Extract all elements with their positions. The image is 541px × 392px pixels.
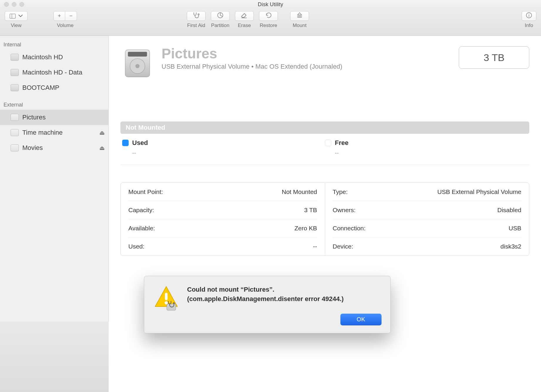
used-swatch-icon (122, 140, 129, 146)
warning-icon (153, 285, 179, 311)
sidebar-item-label: BOOTCAMP (22, 84, 59, 92)
external-drive-icon (11, 144, 19, 151)
svg-point-11 (173, 302, 174, 304)
mount-icon (296, 12, 303, 20)
detail-row-owners: Owners:Disabled (333, 201, 522, 219)
detail-key: Type: (333, 188, 348, 195)
volume-header: Pictures USB External Physical Volume • … (120, 46, 529, 80)
detail-row-type: Type:USB External Physical Volume (333, 183, 522, 201)
ok-button[interactable]: OK (340, 314, 382, 325)
svg-point-0 (198, 14, 199, 15)
detail-row-used: Used:-- (128, 237, 317, 256)
sidebar-item-bootcamp[interactable]: BOOTCAMP (0, 80, 108, 95)
info-button[interactable] (522, 11, 536, 21)
used-value: -- (122, 150, 325, 156)
toolbar-erase: Erase (235, 11, 254, 28)
internal-drive-icon (11, 54, 19, 61)
sidebar-item-macintosh-hd-data[interactable]: Macintosh HD - Data (0, 65, 108, 80)
legend-row: Used -- Free -- (120, 139, 529, 165)
volume-name: Pictures (162, 46, 452, 61)
svg-rect-8 (165, 293, 168, 300)
detail-value: Zero KB (294, 225, 317, 232)
toolbar-firstaid: First Aid (187, 11, 206, 28)
detail-value: disk3s2 (500, 243, 521, 250)
detail-value: USB (509, 225, 521, 232)
external-drive-icon (11, 129, 19, 136)
svg-point-3 (529, 14, 529, 14)
detail-value: -- (313, 243, 317, 250)
detail-row-available: Available:Zero KB (128, 219, 317, 237)
volume-size-badge: 3 TB (459, 46, 529, 69)
error-dialog: Could not mount “Pictures”. (com.apple.D… (144, 276, 391, 333)
restore-arrow-icon (265, 12, 272, 20)
free-label: Free (335, 139, 348, 147)
toolbar-volume-group: + − Volume (53, 11, 77, 28)
partition-button[interactable] (211, 11, 230, 21)
sidebar-item-label: Time machine (22, 129, 63, 136)
detail-row-capacity: Capacity:3 TB (128, 201, 317, 219)
eject-icon[interactable]: ⏏ (99, 129, 105, 136)
stethoscope-icon (192, 12, 200, 20)
details-right: Type:USB External Physical Volume Owners… (325, 183, 529, 256)
detail-row-device: Device:disk3s2 (333, 237, 522, 256)
sidebar-item-pictures[interactable]: Pictures (0, 110, 108, 125)
minimize-window-button[interactable] (12, 2, 16, 7)
titlebar: Disk Utility (0, 0, 541, 9)
detail-key: Mount Point: (128, 188, 163, 195)
mount-button[interactable] (290, 11, 309, 21)
main-pane: Pictures USB External Physical Volume • … (109, 36, 541, 392)
sidebar-item-macintosh-hd[interactable]: Macintosh HD (0, 50, 108, 65)
toolbar-mount: Mount (290, 11, 309, 28)
toolbar-partition: Partition (211, 11, 230, 28)
svg-rect-5 (128, 52, 147, 57)
close-window-button[interactable] (4, 2, 9, 7)
sidebar-item-label: Macintosh HD - Data (22, 69, 82, 76)
detail-value: USB External Physical Volume (437, 188, 521, 195)
sidebar-section-external: External (0, 99, 108, 110)
eject-icon[interactable]: ⏏ (99, 144, 105, 151)
body: Internal Macintosh HD Macintosh HD - Dat… (0, 36, 541, 392)
toolbar: View + − Volume First Aid (0, 9, 541, 36)
sidebar-item-time-machine[interactable]: Time machine ⏏ (0, 125, 108, 140)
detail-value: Disabled (497, 207, 521, 214)
status-text: Not Mounted (126, 124, 165, 131)
window-title: Disk Utility (0, 1, 541, 8)
svg-point-7 (135, 64, 140, 68)
volume-drive-icon (120, 46, 154, 80)
chevron-down-icon (19, 13, 23, 19)
view-button[interactable] (5, 11, 28, 21)
erase-button[interactable] (235, 11, 254, 21)
legend-used: Used -- (122, 139, 325, 156)
volume-remove-button[interactable]: − (65, 11, 77, 21)
restore-label: Restore (260, 23, 277, 28)
detail-key: Connection: (333, 225, 366, 232)
details-left: Mount Point:Not Mounted Capacity:3 TB Av… (121, 183, 325, 256)
detail-key: Device: (333, 243, 353, 250)
sidebar-item-label: Macintosh HD (22, 53, 63, 61)
zoom-window-button[interactable] (19, 2, 24, 7)
volume-add-button[interactable]: + (53, 11, 65, 21)
usage-section: Not Mounted Used -- Free (120, 121, 529, 165)
internal-drive-icon (11, 69, 19, 76)
first-aid-button[interactable] (187, 11, 206, 21)
detail-key: Used: (128, 243, 145, 250)
internal-drive-icon (11, 84, 19, 91)
eraser-icon (241, 12, 248, 20)
used-label: Used (132, 139, 148, 147)
dialog-line-2: (com.apple.DiskManagement.disenter error… (187, 294, 382, 304)
legend-free: Free -- (325, 139, 527, 156)
plus-icon: + (58, 13, 61, 19)
volume-label: Volume (57, 23, 74, 28)
detail-row-mount-point: Mount Point:Not Mounted (128, 183, 317, 201)
traffic-lights (4, 2, 24, 7)
detail-key: Capacity: (128, 207, 154, 214)
sidebar-item-movies[interactable]: Movies ⏏ (0, 140, 108, 156)
external-drive-icon (11, 114, 19, 121)
restore-button[interactable] (259, 11, 278, 21)
dialog-line-1: Could not mount “Pictures”. (187, 285, 382, 294)
detail-value: 3 TB (304, 207, 317, 214)
sidebar-layout-icon (10, 14, 16, 18)
sidebar: Internal Macintosh HD Macintosh HD - Dat… (0, 36, 109, 392)
sidebar-section-internal: Internal (0, 39, 108, 50)
sidebar-item-label: Pictures (22, 114, 46, 121)
